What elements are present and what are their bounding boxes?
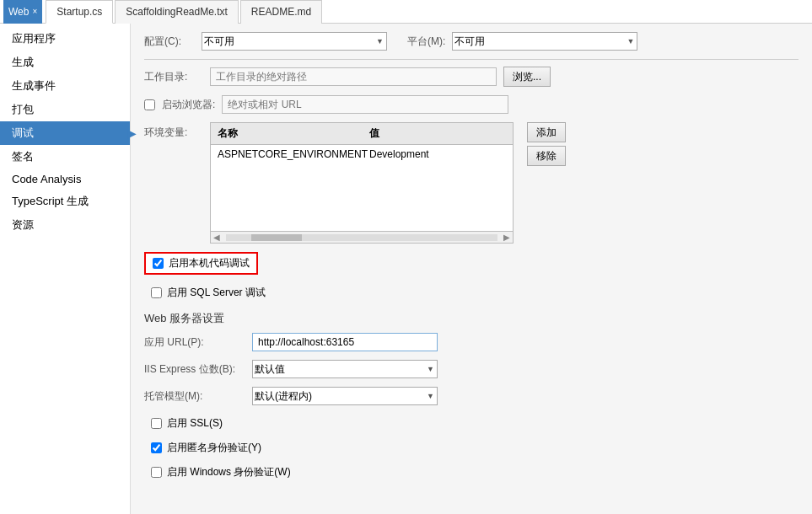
web-tab[interactable]: Web × [3,0,42,24]
anon-auth-label: 启用 Windows 身份验证(W) [167,465,291,479]
hosting-row: 托管模型(M): 默认(进程内) [144,387,799,405]
config-select[interactable]: 不可用 [202,32,387,51]
sidebar-item-code-analysis[interactable]: Code Analysis [0,169,130,190]
hosting-dropdown-wrap: 默认(进程内) [252,387,438,405]
env-scroll-thumb [251,234,302,241]
native-debug-label: 启用本机代码调试 [169,256,250,270]
iis-port-dropdown-wrap: 默认值 [252,360,438,378]
native-debug-checkbox[interactable] [153,258,164,269]
ssl-label: 启用 SSL(S) [167,416,223,431]
env-buttons: 添加 移除 [527,122,566,166]
env-row-1[interactable]: ASPNETCORE_ENVIRONMENT Development [211,145,513,163]
app-url-input[interactable] [252,333,438,351]
env-scrollbar[interactable]: ◀ ▶ [211,231,513,243]
browser-url-input[interactable] [222,95,508,114]
env-cell-val-1: Development [363,147,513,162]
work-dir-label: 工作目录: [144,70,203,84]
env-table-container: 名称 值 ASPNETCORE_ENVIRONMENT Development … [210,122,514,244]
sidebar-item-sign[interactable]: 签名 [0,145,130,169]
title-bar: Web × Startup.cs ScaffoldingReadMe.txt R… [0,0,812,24]
sql-debug-label: 启用 SQL Server 调试 [167,286,266,300]
anon-auth-checkbox[interactable] [151,467,162,478]
windows-auth-checkbox[interactable] [151,442,162,453]
platform-label: 平台(M): [407,35,445,49]
env-row: 环境变量: 名称 值 ASPNETCORE_ENVIRONMENT Develo… [144,122,799,244]
anon-auth-row: 启用 Windows 身份验证(W) [144,463,799,482]
app-url-row: 应用 URL(P): [144,333,799,351]
sidebar-item-package[interactable]: 打包 [0,98,130,121]
work-dir-row: 工作目录: 浏览... [144,67,799,87]
iis-port-select[interactable]: 默认值 [252,360,438,378]
web-label: Web [8,6,29,18]
env-col-name-header: 名称 [211,125,363,142]
work-dir-input[interactable] [210,67,497,86]
platform-dropdown-wrap: 不可用 [452,32,637,51]
ssl-checkbox[interactable] [151,418,162,429]
web-close-icon[interactable]: × [32,7,37,16]
hosting-label: 托管模型(M): [144,389,245,404]
browser-label: 启动浏览器: [162,98,215,112]
iis-port-label: IIS Express 位数(B): [144,362,245,377]
app-url-label: 应用 URL(P): [144,335,245,350]
env-cell-name-1: ASPNETCORE_ENVIRONMENT [211,147,363,162]
sidebar-item-typescript[interactable]: TypeScript 生成 [0,190,130,213]
add-env-button[interactable]: 添加 [527,122,566,142]
browse-button[interactable]: 浏览... [503,67,551,87]
config-label: 配置(C): [144,35,195,49]
hosting-select[interactable]: 默认(进程内) [252,387,438,405]
sidebar-item-build[interactable]: 生成 [0,51,130,74]
native-debug-container: 启用本机代码调试 [144,252,799,280]
sql-debug-checkbox[interactable] [151,287,162,298]
config-dropdown-wrap: 不可用 [202,32,387,51]
remove-env-button[interactable]: 移除 [527,146,566,166]
ssl-row: 启用 SSL(S) [144,414,799,433]
iis-port-row: IIS Express 位数(B): 默认值 [144,360,799,378]
env-table: 名称 值 ASPNETCORE_ENVIRONMENT Development … [210,122,514,244]
env-table-header: 名称 值 [211,123,513,145]
sidebar-item-debug[interactable]: 调试 [0,121,130,145]
env-label: 环境变量: [144,126,203,140]
sidebar-item-app[interactable]: 应用程序 [0,27,130,51]
env-col-val-header: 值 [363,125,513,142]
separator-1 [144,59,799,60]
windows-auth-label: 启用匿名身份验证(Y) [167,441,261,455]
env-empty-space [211,163,513,231]
tab-readme[interactable]: README.md [240,0,322,24]
browser-row: 启动浏览器: [144,95,799,114]
tab-startup[interactable]: Startup.cs [46,0,113,24]
browser-checkbox[interactable] [144,99,155,110]
config-platform-row: 配置(C): 不可用 平台(M): 不可用 [144,32,799,51]
sql-debug-row: 启用 SQL Server 调试 [144,283,799,303]
sidebar: 应用程序 生成 生成事件 打包 调试 签名 Code Analysis Type… [0,24,131,514]
sidebar-item-resources[interactable]: 资源 [0,213,130,237]
env-scroll-track[interactable] [226,234,497,241]
windows-auth-row: 启用匿名身份验证(Y) [144,438,799,458]
tab-scaffolding[interactable]: ScaffoldingReadMe.txt [115,0,239,24]
sidebar-item-build-events[interactable]: 生成事件 [0,74,130,98]
main-layout: 应用程序 生成 生成事件 打包 调试 签名 Code Analysis Type… [0,24,812,514]
native-debug-row: 启用本机代码调试 [144,252,258,275]
web-server-title: Web 服务器设置 [144,311,799,326]
content-area: 配置(C): 不可用 平台(M): 不可用 工作目录: 浏览... 启动浏览器: [131,24,812,514]
platform-select[interactable]: 不可用 [452,32,637,51]
